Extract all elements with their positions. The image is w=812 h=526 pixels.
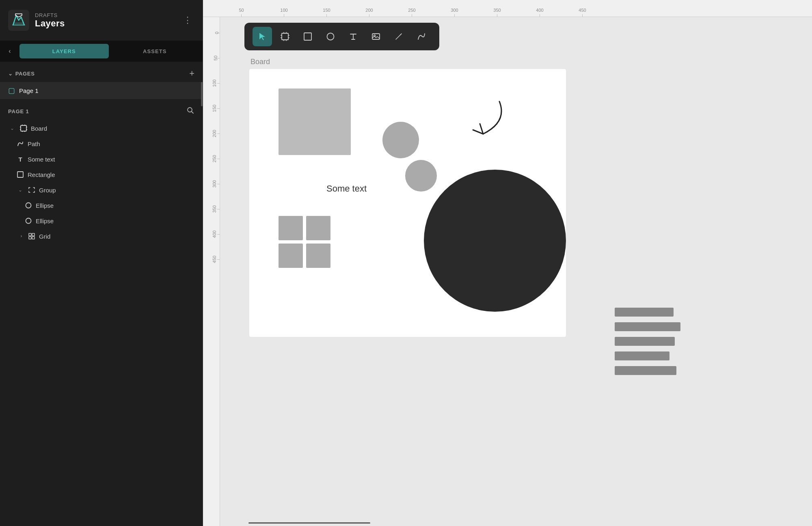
- canvas-area[interactable]: Board Some text: [220, 17, 812, 526]
- text-icon: T: [16, 155, 24, 163]
- ruler-mark-300: 300: [433, 8, 476, 17]
- layer-label-grid: Grid: [39, 233, 50, 240]
- page1-header: PAGE 1: [0, 99, 203, 121]
- layer-label-group: Group: [39, 187, 56, 194]
- board-label: Board: [251, 58, 270, 66]
- shape-rectangle: [279, 88, 351, 155]
- shape-circle-large: [382, 122, 419, 158]
- ruler-left-mark-100: 100: [203, 71, 220, 96]
- ruler-left-mark-450: 450: [203, 247, 220, 272]
- svg-line-4: [192, 112, 194, 114]
- tool-text[interactable]: [343, 27, 363, 46]
- app-subtitle: DRAFTS: [35, 12, 65, 18]
- ruler-left-mark-300: 300: [203, 171, 220, 196]
- svg-rect-2: [14, 23, 24, 24]
- svg-rect-5: [21, 125, 26, 131]
- toolbar: [244, 23, 439, 50]
- scroll-indicator: [201, 82, 203, 106]
- ruler-mark-50: 50: [220, 8, 263, 17]
- tab-assets[interactable]: ASSETS: [110, 44, 200, 58]
- ellipse-icon-1: [24, 201, 32, 209]
- layer-item-path[interactable]: Path: [0, 136, 203, 151]
- ruler-top: 50 100 150 200 250 300 350 400 450: [203, 0, 812, 17]
- tab-back-button[interactable]: ‹: [3, 45, 16, 58]
- ruler-mark-400: 400: [518, 8, 561, 17]
- layer-label-path: Path: [28, 140, 40, 147]
- pages-header[interactable]: ⌄ PAGES: [8, 71, 35, 77]
- ruler-mark-100: 100: [263, 8, 305, 17]
- tab-layers[interactable]: LAYERS: [19, 44, 109, 58]
- layer-label-ellipse2: Ellipse: [36, 218, 54, 224]
- layer-item-some-text[interactable]: T Some text: [0, 151, 203, 167]
- layer-label-some-text: Some text: [28, 156, 55, 163]
- ellipse-icon-2: [24, 217, 32, 225]
- app-logo-icon: [8, 10, 29, 31]
- pages-label: PAGES: [15, 71, 35, 77]
- layer-label-ellipse1: Ellipse: [36, 202, 54, 209]
- layer-item-grid[interactable]: ⌄ Grid: [0, 229, 203, 244]
- bar-2: [615, 322, 680, 331]
- tool-frame[interactable]: [275, 27, 295, 46]
- ruler-mark-250: 250: [391, 8, 433, 17]
- ruler-left-mark-200: 200: [203, 121, 220, 146]
- app-title-group: DRAFTS Layers: [35, 12, 65, 29]
- page-item[interactable]: ▢ Page 1: [0, 82, 203, 99]
- shape-arrow-icon: [451, 93, 512, 142]
- layer-search-button[interactable]: [186, 106, 194, 116]
- svg-rect-18: [32, 233, 35, 236]
- svg-rect-32: [372, 34, 380, 39]
- shape-dark-circle: [424, 170, 566, 312]
- layer-label-board: Board: [31, 125, 47, 132]
- svg-rect-21: [282, 33, 288, 40]
- tool-circle[interactable]: [321, 27, 340, 46]
- tool-path[interactable]: [412, 27, 431, 46]
- svg-point-16: [26, 218, 31, 224]
- svg-rect-30: [304, 33, 311, 40]
- layer-item-board[interactable]: ⌄ Board: [0, 121, 203, 136]
- grid-sq-4: [306, 244, 330, 268]
- frame-icon: [19, 124, 28, 132]
- svg-rect-20: [32, 237, 35, 239]
- ruler-mark-350: 350: [476, 8, 518, 17]
- ruler-left-mark-250: 250: [203, 146, 220, 171]
- shape-text: Some text: [326, 183, 367, 194]
- layer-item-ellipse1[interactable]: Ellipse: [0, 198, 203, 213]
- page1-title: PAGE 1: [8, 108, 29, 114]
- expand-icon-grid[interactable]: ⌄: [16, 232, 24, 240]
- tool-pen[interactable]: [389, 27, 408, 46]
- main-board[interactable]: Some text: [249, 69, 566, 337]
- shape-bars: [615, 308, 680, 375]
- tool-rect[interactable]: [298, 27, 317, 46]
- ruler-left-mark-150: 150: [203, 96, 220, 121]
- layer-item-group[interactable]: ⌄ Group: [0, 182, 203, 198]
- tool-image[interactable]: [366, 27, 386, 46]
- grid-icon: [28, 232, 36, 240]
- ruler-mark-200: 200: [348, 8, 391, 17]
- header-menu-button[interactable]: ⋮: [181, 13, 194, 28]
- layer-item-rectangle[interactable]: Rectangle: [0, 167, 203, 182]
- app-logo-area: DRAFTS Layers: [8, 10, 65, 31]
- expand-icon-group[interactable]: ⌄: [16, 186, 24, 194]
- pages-add-button[interactable]: +: [189, 68, 194, 79]
- layer-label-rectangle: Rectangle: [28, 171, 55, 178]
- ruler-left-mark-350: 350: [203, 196, 220, 222]
- bar-5: [615, 366, 676, 375]
- tab-bar: ‹ LAYERS ASSETS: [0, 41, 203, 62]
- svg-point-31: [327, 33, 334, 40]
- svg-rect-17: [29, 233, 31, 236]
- shape-grid: [279, 216, 330, 268]
- group-icon: [28, 186, 36, 194]
- expand-icon-board[interactable]: ⌄: [8, 124, 16, 132]
- bar-4: [615, 351, 669, 360]
- layer-item-ellipse2[interactable]: Ellipse: [0, 213, 203, 229]
- app-header: DRAFTS Layers ⋮: [0, 0, 203, 41]
- page-item-label: Page 1: [19, 87, 39, 94]
- svg-line-34: [400, 34, 402, 35]
- rect-icon: [16, 170, 24, 179]
- layers-list: ⌄ Board: [0, 121, 203, 526]
- app-title: Layers: [35, 18, 65, 29]
- ruler-left-mark-50: 50: [203, 45, 220, 71]
- ruler-left-mark-400: 400: [203, 222, 220, 247]
- grid-sq-3: [279, 244, 303, 268]
- tool-select[interactable]: [253, 27, 272, 46]
